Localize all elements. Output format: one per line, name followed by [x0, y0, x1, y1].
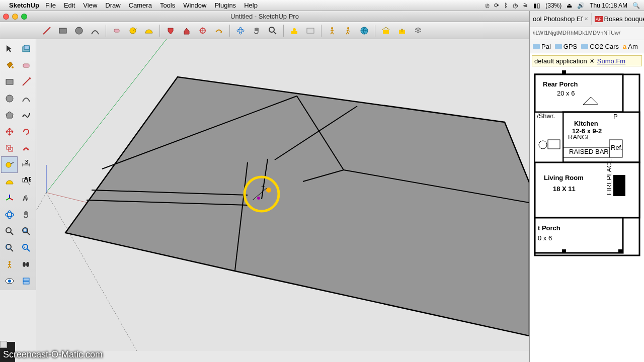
- protractor-tool[interactable]: [1, 173, 18, 190]
- wifi-icon[interactable]: ⚞: [523, 2, 528, 9]
- svg-point-77: [266, 188, 271, 193]
- sync-icon[interactable]: ⟳: [494, 2, 499, 9]
- position-camera-tool[interactable]: [1, 256, 18, 273]
- offset-tool[interactable]: [18, 140, 34, 156]
- tab-label: Roses bouquet: [604, 15, 644, 23]
- pan-icon[interactable]: [249, 24, 264, 38]
- eraser-tool[interactable]: [18, 57, 34, 73]
- spotlight-icon[interactable]: 🔍: [632, 2, 640, 9]
- warehouse-icon[interactable]: [378, 24, 393, 38]
- tape-tool-icon[interactable]: [125, 24, 140, 38]
- rectangle-tool[interactable]: [1, 73, 18, 90]
- room-label: t Porch: [538, 224, 560, 232]
- room-label: Kitchen: [574, 120, 598, 127]
- orbit-icon[interactable]: [233, 24, 248, 38]
- person-stand-icon[interactable]: [325, 24, 340, 38]
- rotate-tool[interactable]: [18, 123, 34, 140]
- paint-bucket-tool[interactable]: [1, 57, 18, 73]
- banner-link[interactable]: Sumo.Fm: [597, 57, 625, 65]
- walk-tool[interactable]: [18, 256, 34, 273]
- menu-draw[interactable]: Draw: [105, 2, 120, 9]
- person-walk-icon[interactable]: [341, 24, 356, 38]
- svg-rect-11: [291, 31, 297, 34]
- pushpull-icon[interactable]: [179, 24, 194, 38]
- select-tool[interactable]: [1, 40, 18, 57]
- mac-menubar: SketchUp File Edit View Draw Camera Tool…: [0, 0, 644, 11]
- resize-handle[interactable]: [0, 341, 7, 348]
- line-tool[interactable]: [18, 73, 34, 90]
- freehand-tool[interactable]: [18, 107, 34, 123]
- text-tool[interactable]: ABC: [18, 173, 34, 190]
- previous-tool[interactable]: [18, 239, 34, 256]
- bookmark[interactable]: Pal: [533, 43, 551, 50]
- followme-icon[interactable]: [211, 24, 226, 38]
- bookmark[interactable]: GPS: [555, 43, 577, 50]
- menu-camera[interactable]: Camera: [129, 2, 152, 9]
- zoom-extents-tool[interactable]: [18, 223, 34, 239]
- menu-edit[interactable]: Edit: [64, 2, 75, 9]
- look-around-tool[interactable]: [1, 273, 18, 289]
- scale-tool[interactable]: [1, 140, 18, 156]
- 3d-viewport[interactable]: +: [36, 39, 529, 351]
- move-tool[interactable]: [1, 123, 18, 140]
- walk-icon[interactable]: [303, 24, 318, 38]
- 3d-text-tool[interactable]: AA: [18, 190, 34, 206]
- menu-file[interactable]: File: [45, 2, 56, 9]
- svg-line-49: [27, 232, 30, 235]
- bookmark-label: GPS: [564, 43, 577, 50]
- make-component-tool[interactable]: [18, 40, 34, 57]
- bookmark[interactable]: aAm: [623, 43, 638, 50]
- arc-tool-icon[interactable]: [88, 24, 103, 38]
- circle-tool-icon[interactable]: [71, 24, 87, 38]
- volume-icon[interactable]: 🔊: [577, 2, 585, 9]
- zoom-window-tool[interactable]: [1, 239, 18, 256]
- timemachine-icon[interactable]: ◷: [513, 2, 518, 9]
- eject-icon[interactable]: ⏏: [567, 2, 572, 9]
- range-label: RANGE: [568, 133, 592, 141]
- battery-icon[interactable]: ▮▯: [533, 2, 540, 9]
- browser-tab[interactable]: ool Photoshop Ef✕: [530, 13, 592, 25]
- protractor-tool-icon[interactable]: [141, 24, 156, 38]
- pan-tool[interactable]: [18, 206, 34, 223]
- browser-tab[interactable]: AFRoses bouquet: [592, 13, 644, 25]
- polygon-tool[interactable]: [1, 107, 18, 123]
- paint-tool-icon[interactable]: [163, 24, 178, 38]
- screenshare-icon[interactable]: ⎚: [486, 2, 489, 9]
- window-titlebar[interactable]: Untitled - SketchUp Pro: [0, 11, 529, 22]
- arc-tool[interactable]: [18, 90, 34, 107]
- bookmark[interactable]: CO2 Cars: [581, 43, 619, 50]
- app-name[interactable]: SketchUp: [9, 2, 39, 9]
- zoom-icon[interactable]: [265, 24, 280, 38]
- menu-help[interactable]: Help: [244, 2, 258, 9]
- menu-tools[interactable]: Tools: [160, 2, 175, 9]
- close-window-button[interactable]: [3, 14, 9, 20]
- zoom-tool[interactable]: [1, 223, 18, 239]
- traffic-lights[interactable]: [3, 14, 27, 20]
- section-plane-tool[interactable]: [18, 273, 34, 289]
- line-tool-icon[interactable]: [39, 24, 54, 38]
- close-tab-icon[interactable]: ✕: [584, 16, 588, 22]
- toolbar-separator: [283, 25, 284, 37]
- circle-tool[interactable]: [1, 90, 18, 107]
- layers-icon[interactable]: [411, 24, 426, 38]
- tape-measure-tool[interactable]: [1, 156, 18, 173]
- menu-view[interactable]: View: [83, 2, 97, 9]
- rectangle-tool-icon[interactable]: [55, 24, 70, 38]
- clock[interactable]: Thu 10:18 AM: [590, 2, 627, 9]
- position-camera-icon[interactable]: [287, 24, 302, 38]
- globe-icon[interactable]: [357, 24, 372, 38]
- bluetooth-icon[interactable]: ᛒ: [504, 2, 508, 9]
- url-bar[interactable]: /iLWI1NjgtMDRhMDk1MDVhNTUw/: [530, 27, 644, 40]
- eraser-tool-icon[interactable]: [109, 24, 124, 38]
- svg-point-30: [6, 162, 11, 167]
- orbit-tool[interactable]: [1, 206, 18, 223]
- move-icon[interactable]: [195, 24, 210, 38]
- default-app-banner[interactable]: default application ☀ Sumo.Fm: [532, 55, 642, 66]
- menu-window[interactable]: Window: [183, 2, 206, 9]
- dimensions-tool[interactable]: 3': [18, 156, 34, 173]
- menu-plugins[interactable]: Plugins: [214, 2, 236, 9]
- minimize-window-button[interactable]: [12, 14, 18, 20]
- upload-icon[interactable]: [394, 24, 410, 38]
- axes-tool[interactable]: [1, 190, 18, 206]
- zoom-window-button[interactable]: [21, 14, 27, 20]
